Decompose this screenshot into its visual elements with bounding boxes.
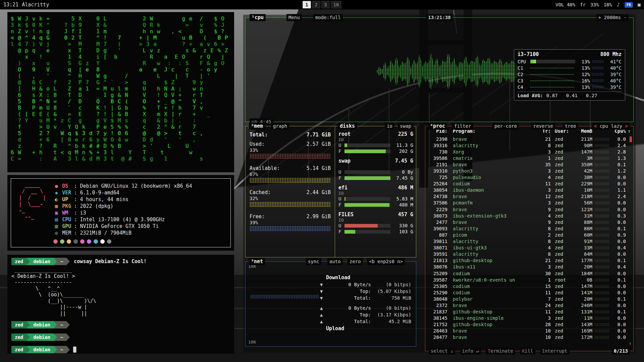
process-row[interactable]: 39811 alacritty 8 zed 91M 0.0 [428, 238, 631, 245]
cpu-core-row: C3 16% 40°C [518, 77, 622, 84]
process-row[interactable]: 28477 brave 10 zed 172M 0.0 [428, 334, 631, 341]
process-row[interactable]: 21752 github-desktop 28 zed 143M 0.0 [428, 321, 631, 328]
process-action-button[interactable]: Kill [520, 348, 535, 355]
powerline-arrow [66, 346, 70, 353]
shell-prompt[interactable]: zed debian ~ [11, 333, 230, 341]
volume-icon[interactable]: ♪ [617, 2, 620, 8]
proc-reverse-button[interactable]: reverse [531, 123, 555, 130]
proc-percore-button[interactable]: per-core [492, 123, 519, 130]
proc-tree-button[interactable]: tree [563, 123, 578, 130]
process-row[interactable]: 25305 codium 15 zed 147M 0.0 [428, 283, 631, 289]
download-arrow-icon: ▼ [320, 282, 326, 287]
process-footer: select ↓ info ↵ TerminateKillInterrupt 0… [425, 348, 633, 355]
process-user: zed [551, 258, 572, 263]
process-mem: 60M [572, 232, 592, 238]
process-action-button[interactable]: Interrupt [540, 348, 570, 355]
process-count: 0/213 [612, 348, 630, 355]
btop-monitor-window[interactable]: ¹cpu Menu mode:full 13:21:38 + 2000ms - … [243, 15, 636, 353]
process-row[interactable]: 21837 github-desktop 11 zed 131M 0.1 [428, 309, 631, 315]
disk-io-label: IO [338, 218, 413, 223]
net-interface-selector[interactable]: <b enp2s0 n> [367, 258, 405, 265]
process-row[interactable]: 2372 brave 24 zed 246M 0.0 [428, 302, 631, 308]
process-row[interactable]: 39586 cmatrix 1 zed 3M 1.3 [428, 155, 631, 161]
process-row[interactable]: 2398 brave 21 zed 211M 0.0 [428, 136, 631, 142]
refresh-interval-control[interactable]: + 2000ms - [596, 14, 629, 21]
sort-next-icon[interactable]: > [625, 123, 628, 129]
shell-prompt[interactable]: zed debian ~ [11, 321, 230, 329]
process-row[interactable]: 2191 brave 35 zed 350M 0.1 [428, 161, 631, 168]
mode-button[interactable]: mode:full [313, 14, 343, 21]
menu-button[interactable]: Menu [286, 14, 302, 21]
disks-swap-button[interactable]: swap [398, 123, 413, 130]
process-cpu-graph [594, 259, 609, 262]
keyboard-layout-badge[interactable]: FR [625, 2, 633, 8]
disks-io-button[interactable]: io [385, 123, 394, 130]
scrollbar-thumb[interactable] [630, 136, 632, 142]
matrix-line: ( , ' ^ H W g / L | T | ' [11, 73, 231, 79]
net-zero-button[interactable]: zero [347, 258, 363, 265]
matrix-line: d + 6 [ 0 e r 6 y W O 4 w D d ' ' , [11, 136, 231, 143]
process-row[interactable]: 887 picom 2 zed 60M 0.9 [428, 232, 631, 238]
process-row[interactable]: 39591 alacritty 8 zed 84M 0.0 [428, 251, 631, 257]
select-hint[interactable]: select ↓ [429, 348, 455, 355]
proc-sort-selector[interactable]: < cpu lazy > [592, 123, 630, 130]
process-row[interactable]: 38048 polybar 7 zed 20M 0.1 [428, 296, 631, 302]
prompt-host-segment: debian [30, 334, 54, 341]
net-stat-row: ▲ Top: (3.17 Kibps) [320, 311, 411, 318]
process-name: brave [451, 194, 539, 199]
terminal-cowsay[interactable]: zed debian ~ cowsay Debian-Z Is Cool! __… [7, 255, 234, 354]
process-row[interactable]: 24738 brave 12 zed 218M 2.4 [428, 193, 631, 200]
disk-used-value: 11.3 G [392, 142, 413, 148]
cowsay-output: ___________________< Debian-Z Is Cool! >… [11, 267, 230, 316]
process-cpu-graph [594, 150, 609, 153]
process-row[interactable]: 25264 codium 11 zed 229M 0.0 [428, 181, 631, 187]
cpu-total-percent: 13% [575, 59, 590, 64]
terminal-color-swatches [53, 239, 226, 244]
process-row[interactable]: 38071 ibus-ui-gtk3 4 zed 33M 0.4 [428, 245, 631, 251]
process-cpu: 0.1 [611, 309, 626, 314]
process-row[interactable]: 725 pulseaudio 4 zed 38M 0.0 [428, 174, 631, 181]
workspace-button[interactable]: 3 [322, 1, 330, 8]
process-threads: 9 [539, 220, 551, 225]
process-row[interactable]: 25209 codium 30 zed 184M 0.0 [428, 270, 631, 277]
process-name: Xorg [451, 149, 539, 155]
upload-panel: ▲ 0 Byte/s (0 bitps) ▲ Top: (3.17 Kibps)… [320, 305, 411, 332]
process-user: zed [551, 143, 572, 148]
mem-graph-button[interactable]: graph [271, 123, 289, 130]
net-sync-button[interactable]: sync [306, 258, 321, 265]
workspace-button[interactable]: 2 [312, 1, 320, 8]
process-row[interactable]: 21813 github-desktop 21 zed 177M 0.1 [428, 257, 631, 264]
process-row[interactable]: 25290 codium 11 zed 141M 0.0 [428, 289, 631, 296]
process-user: zed [551, 220, 572, 225]
process-row[interactable]: 37586 pcmanfm 3 zed 56M 0.0 [428, 200, 631, 206]
process-row[interactable]: 28463 brave 10 zed 169M 0.0 [428, 328, 631, 334]
debian-ascii-logo: _____ / __ \ | / | | \___- -_ --_ [16, 182, 46, 244]
process-row[interactable]: 38076 ibus-x11 3 zed 20M 0.4 [428, 264, 631, 270]
sort-prev-icon[interactable]: < [594, 123, 597, 129]
process-row[interactable]: 2477 brave 9 zed 88M 0.0 [428, 219, 631, 225]
tray-icon[interactable]: ▣ [638, 2, 641, 8]
process-row[interactable]: 39310 python3 3 zed 42M 1.2 [428, 168, 631, 174]
net-auto-button[interactable]: auto [327, 258, 343, 265]
process-row[interactable]: 38054 ibus-daemon 3 zed 10M 1.1 [428, 187, 631, 193]
info-hint[interactable]: info ↵ [460, 348, 481, 355]
terminal-cmatrix[interactable]: $ W J v k = 5 X 0 L 2 W g e / $ O3 k $ 0… [7, 12, 234, 172]
workspace-button[interactable]: 1 [303, 1, 311, 8]
process-row[interactable]: 38145 ibus-engine-simple 3 zed 11M 0.0 [428, 315, 631, 321]
process-action-button[interactable]: Terminate [486, 348, 515, 355]
process-row[interactable]: 2229 brave 9 zed 121M 0.0 [428, 206, 631, 213]
process-row[interactable]: 38073 ibus-extension-gtk3 4 zed 31M 0.3 [428, 213, 631, 219]
process-row[interactable]: 39316 alacritty 8 zed 90M 2.4 [428, 142, 631, 148]
proc-filter-button[interactable]: filter [452, 123, 473, 130]
process-row[interactable]: 39093 alacritty 8 zed 86M 0.1 [428, 225, 631, 232]
process-mem: 143M [572, 322, 592, 327]
disk-size: 225 G [398, 131, 413, 137]
workspace-button[interactable]: 10 [331, 1, 341, 8]
process-row[interactable]: 730 Xorg 3 zed 147M 2.8 [428, 148, 631, 155]
terminal-neofetch[interactable]: _____ / __ \ | / | | \___- -_ --_ ● OS :… [7, 175, 234, 251]
mem-entry-percent: 33% [250, 147, 331, 153]
prompt-host-segment: debian [30, 346, 54, 353]
shell-prompt[interactable]: zed debian ~ █ [11, 346, 230, 354]
scroll-down-icon[interactable]: ↓ [629, 340, 632, 346]
process-row[interactable]: 39587 kworker/u8:0-events_un 1 root 0B 0… [428, 277, 631, 283]
